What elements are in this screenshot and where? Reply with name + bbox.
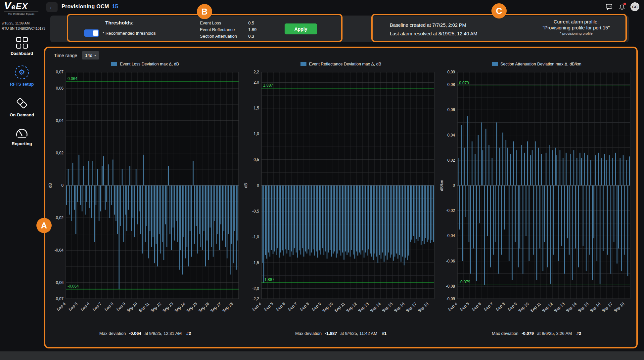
svg-text:dB: dB — [48, 183, 53, 188]
svg-text:-0,5: -0,5 — [253, 209, 259, 214]
svg-text:Sep 18: Sep 18 — [417, 301, 430, 313]
sidebar-item-rfts-setup[interactable]: ⚙ RFTS setup — [10, 65, 34, 87]
svg-text:-0.079: -0.079 — [459, 280, 470, 284]
svg-text:Sep 14: Sep 14 — [565, 301, 577, 313]
alarm-profile-name: "Provisioning profile for port 15" — [522, 25, 631, 30]
svg-text:0.064: 0.064 — [68, 76, 77, 81]
time-range-label: Time range — [54, 53, 77, 58]
max-deviation-ref: #2 — [576, 331, 581, 336]
max-deviation-value: -0.079 — [522, 331, 534, 336]
svg-text:1,5: 1,5 — [254, 106, 259, 110]
chart-plot: 0,090,080,060,040,020-0,02-0,04-0,06-0,0… — [439, 68, 634, 331]
svg-text:Sep 9: Sep 9 — [311, 301, 322, 312]
svg-text:0,04: 0,04 — [56, 118, 64, 123]
chart-footer: Max deviation -1.887 at 9/4/25, 11:42 AM… — [243, 331, 438, 340]
dashboard-icon — [16, 37, 28, 49]
svg-text:0: 0 — [453, 183, 455, 188]
svg-text:Sep 12: Sep 12 — [541, 301, 554, 313]
max-deviation-time: at 9/4/25, 11:42 AM — [340, 331, 377, 336]
svg-text:-1.887: -1.887 — [263, 277, 274, 282]
svg-text:dB: dB — [244, 183, 248, 188]
notifications-button[interactable] — [618, 3, 626, 11]
sidebar-item-reporting[interactable]: Reporting — [12, 127, 32, 146]
svg-text:0: 0 — [61, 183, 64, 188]
legend-swatch — [492, 62, 498, 66]
svg-text:-1,0: -1,0 — [253, 235, 259, 239]
svg-text:Sep 7: Sep 7 — [287, 301, 298, 312]
svg-text:-2,0: -2,0 — [253, 286, 259, 291]
svg-text:0.079: 0.079 — [459, 81, 469, 85]
recommended-thresholds-toggle[interactable] — [84, 29, 99, 37]
svg-text:0,02: 0,02 — [56, 151, 64, 155]
svg-text:2,2: 2,2 — [254, 70, 259, 74]
threshold-label: Event Loss — [200, 20, 248, 26]
sidebar-nav: Dashboard ⚙ RFTS setup On-Demand Reporti… — [0, 37, 44, 146]
bottom-strip — [0, 351, 644, 360]
recommended-thresholds-row: * Recommended thresholds — [84, 29, 156, 37]
avatar[interactable]: GC — [630, 2, 639, 11]
svg-text:-0,02: -0,02 — [55, 216, 64, 220]
chat-icon — [605, 3, 613, 11]
baseline-card: Baseline created at 7/7/25, 2:02 PM Last… — [369, 16, 629, 42]
page-title: Provisioning OCM15 — [62, 4, 118, 10]
svg-text:Sep 7: Sep 7 — [483, 301, 494, 312]
svg-text:Sep 18: Sep 18 — [613, 301, 625, 313]
toggle-knob — [93, 30, 98, 36]
charts-panel: Time range 14d ▾ Event Loss Deviation ma… — [44, 47, 638, 348]
sidebar-item-dashboard[interactable]: Dashboard — [11, 37, 33, 56]
max-deviation-label: Max deviation — [295, 331, 322, 336]
page-title-text: Provisioning OCM — [62, 4, 109, 9]
svg-text:0: 0 — [257, 183, 259, 188]
threshold-label: Section Attenuation — [200, 33, 248, 40]
svg-text:0,06: 0,06 — [447, 107, 455, 112]
alarm-profile-title: Current alarm profile: — [522, 19, 631, 24]
svg-text:2,0: 2,0 — [254, 80, 259, 85]
sidebar-item-on-demand[interactable]: On-Demand — [10, 96, 34, 117]
threshold-row-event-loss: Event Loss 0.5 — [200, 20, 256, 26]
svg-text:Sep 10: Sep 10 — [517, 301, 530, 313]
chart-title: Event Reflectance Deviation max Δ, dB — [309, 62, 381, 66]
chart-title: Section Attenuation Deviation max Δ, dB/… — [500, 62, 581, 66]
chart-section-attenuation: Section Attenuation Deviation max Δ, dB/… — [439, 60, 634, 340]
back-button[interactable]: ← — [46, 2, 58, 12]
apply-button[interactable]: Apply — [285, 23, 317, 34]
svg-text:-0,02: -0,02 — [446, 208, 455, 213]
threshold-value: 0.3 — [248, 33, 254, 40]
time-range-dropdown[interactable]: 14d ▾ — [82, 51, 99, 60]
last-alarm-resolved: Last alarm resolved at 8/19/25, 12:40 AM — [390, 29, 477, 38]
alarm-profile: Current alarm profile: "Provisioning pro… — [522, 19, 631, 35]
max-deviation-label: Max deviation — [99, 331, 126, 336]
max-deviation-ref: #2 — [186, 331, 191, 336]
svg-text:Sep 16: Sep 16 — [589, 301, 602, 313]
veex-logo: VeEX The Verification Experts — [4, 1, 44, 16]
chart-legend: Event Reflectance Deviation max Δ, dB — [243, 60, 438, 68]
veex-logo-tagline: The Verification Experts — [4, 12, 38, 16]
threshold-row-event-reflectance: Event Reflectance 1.89 — [200, 26, 256, 33]
svg-text:Sep 15: Sep 15 — [381, 301, 394, 313]
annotation-marker-b: B — [197, 4, 212, 19]
legend-swatch — [111, 62, 117, 66]
notification-badge — [623, 3, 626, 5]
sidebar-rtu-serial: RTU SN TJNB02WC410173 — [2, 26, 45, 31]
sidebar-datetime: 9/18/25, 11:09 AM — [2, 20, 45, 26]
threshold-label: Event Reflectance — [200, 26, 248, 33]
baseline-created: Baseline created at 7/7/25, 2:02 PM — [390, 21, 477, 29]
svg-text:-0,06: -0,06 — [55, 280, 64, 285]
svg-text:Sep 17: Sep 17 — [601, 301, 614, 313]
svg-text:Sep 4: Sep 4 — [447, 301, 458, 312]
svg-text:Sep 8: Sep 8 — [299, 301, 310, 312]
annotation-marker-a: A — [36, 218, 52, 233]
svg-text:Sep 15: Sep 15 — [186, 301, 198, 313]
svg-text:Sep 6: Sep 6 — [471, 301, 482, 312]
svg-text:0,04: 0,04 — [447, 133, 455, 138]
svg-text:-2,2: -2,2 — [253, 297, 259, 301]
sidebar-item-label: Dashboard — [11, 51, 33, 56]
svg-text:Sep 9: Sep 9 — [115, 301, 126, 312]
svg-text:Sep 6: Sep 6 — [80, 301, 91, 312]
chat-button[interactable] — [605, 3, 613, 11]
chart-legend: Section Attenuation Deviation max Δ, dB/… — [439, 60, 634, 68]
max-deviation-time: at 9/6/25, 3:26 AM — [537, 331, 572, 336]
thresholds-title: Thresholds: — [105, 20, 134, 25]
svg-text:-0,06: -0,06 — [446, 259, 455, 263]
svg-text:Sep 10: Sep 10 — [321, 301, 334, 313]
